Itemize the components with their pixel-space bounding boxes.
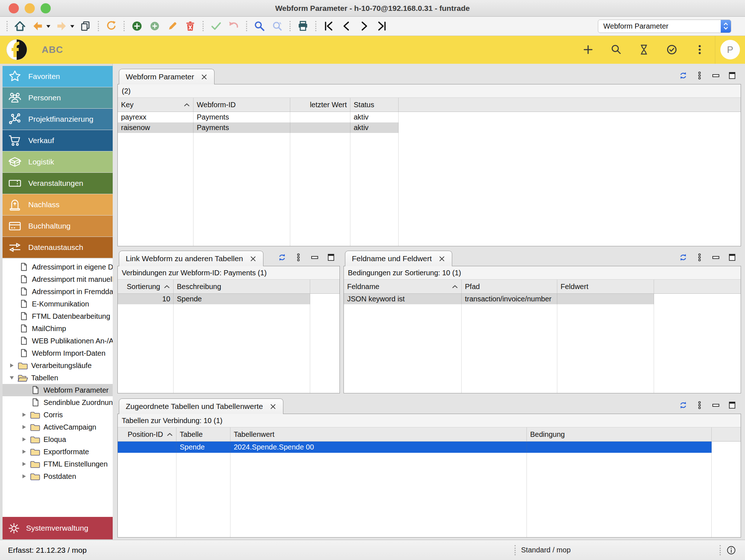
tree-item-mailchimp[interactable]: MailChimp <box>3 322 113 335</box>
minimize-icon[interactable] <box>310 253 319 262</box>
caret-down-icon[interactable] <box>9 375 14 380</box>
column-header-pfad[interactable]: Pfad <box>462 280 557 293</box>
column-header-tabelle[interactable]: Tabelle <box>176 427 230 441</box>
column-header-webform-id[interactable]: Webform-ID <box>193 98 290 112</box>
sidebar-item-systemverwaltung[interactable]: Systemverwaltung <box>3 517 113 539</box>
undo-button[interactable] <box>227 19 241 33</box>
forward-button[interactable] <box>55 19 68 33</box>
panel-menu-icon[interactable] <box>294 253 303 262</box>
tree-item-corris[interactable]: Corris <box>3 409 113 421</box>
tree-item-tabellen[interactable]: Tabellen <box>3 372 113 384</box>
plus-button[interactable] <box>582 43 594 56</box>
view-selector[interactable]: Webform Parameter <box>598 20 731 33</box>
kebab-button[interactable] <box>694 43 706 56</box>
tree-item-webform-parameter[interactable]: Webform Parameter <box>3 384 113 396</box>
tree-item-adressimport-mit-manuell[interactable]: Adressimport mit manuell <box>3 273 113 285</box>
tree-item-web-publikationen-an-ab[interactable]: WEB Publikationen An-/Ab <box>3 335 113 347</box>
next-button[interactable] <box>357 19 371 33</box>
tab-link-webform-zu-anderen-tabellen[interactable]: Link Webform zu anderen Tabellen <box>119 251 263 266</box>
sidebar-module-personen[interactable]: Personen <box>3 87 113 108</box>
sidebar-module-projektfinanzierung[interactable]: Projektfinanzierung <box>3 109 113 130</box>
table-row[interactable]: JSON keyword isttransaction/invoice/numb… <box>344 294 741 304</box>
column-header-tabellenwert[interactable]: Tabellenwert <box>230 427 527 441</box>
avatar[interactable]: P <box>720 40 740 59</box>
sidebar-module-favoriten[interactable]: Favoriten <box>3 66 113 87</box>
reload-button[interactable] <box>104 19 118 33</box>
approve-button[interactable] <box>666 43 678 56</box>
column-header-feldwert[interactable]: Feldwert <box>557 280 654 293</box>
back-button[interactable] <box>31 19 45 33</box>
tree-item-exportformate[interactable]: Exportformate <box>3 446 113 458</box>
close-icon[interactable] <box>270 403 276 410</box>
search-button[interactable] <box>610 43 622 56</box>
tree-item-adressimport-in-eigene-da[interactable]: Adressimport in eigene Da <box>3 261 113 273</box>
close-icon[interactable] <box>201 74 208 80</box>
minimize-icon[interactable] <box>711 401 720 410</box>
refresh-icon[interactable] <box>679 253 688 262</box>
back-menu-caret-button[interactable] <box>46 19 51 33</box>
tree-item-activecampaign[interactable]: ActiveCampaign <box>3 421 113 433</box>
tree-item-ftml-datenbearbeitung[interactable]: FTML Datenbearbeitung <box>3 310 113 322</box>
tree-item-adressimport-in-fremddat[interactable]: Adressimport in Fremddat <box>3 285 113 298</box>
table-row[interactable]: raisenowPaymentsaktiv <box>118 122 741 133</box>
tab-feldname-und-feldwert[interactable]: Feldname und Feldwert <box>345 251 452 266</box>
panel-menu-icon[interactable] <box>695 401 704 410</box>
tree-item-eloqua[interactable]: Eloqua <box>3 433 113 446</box>
sidebar-module-veranstaltungen[interactable]: Veranstaltungen <box>3 173 113 194</box>
tab-zugeordnete-tabellen-und-tabellenwerte[interactable]: Zugeordnete Tabellen und Tabellenwerte <box>119 398 283 414</box>
find-button[interactable] <box>253 19 266 33</box>
table-row[interactable]: 10Spende <box>118 294 340 304</box>
column-header-status[interactable]: Status <box>350 98 399 112</box>
forward-menu-caret-button[interactable] <box>70 19 75 33</box>
tab-webform-parameter[interactable]: Webform Parameter <box>119 69 215 84</box>
duplicate-button[interactable] <box>79 19 92 33</box>
refresh-icon[interactable] <box>679 401 688 410</box>
tree-item-e-kommunikation[interactable]: E-Kommunikation <box>3 298 113 310</box>
tree-item-postdaten[interactable]: Postdaten <box>3 470 113 482</box>
delete-button[interactable] <box>183 19 197 33</box>
refresh-icon[interactable] <box>278 253 287 262</box>
tree-item-ftml-einstellungen[interactable]: FTML Einstellungen <box>3 458 113 470</box>
sidebar-module-datenaustausch[interactable]: Datenaustausch <box>3 237 113 258</box>
panel-menu-icon[interactable] <box>695 71 704 80</box>
caret-right-icon[interactable] <box>21 412 26 417</box>
column-header-letzter-wert[interactable]: letzter Wert <box>290 98 350 112</box>
stepper-icon[interactable] <box>721 20 731 33</box>
panel-menu-icon[interactable] <box>695 253 704 262</box>
maximize-icon[interactable] <box>326 253 336 262</box>
refresh-icon[interactable] <box>679 71 688 80</box>
column-header-bedingung[interactable]: Bedingung <box>527 427 712 441</box>
column-header-position-id[interactable]: Position-ID <box>118 427 176 441</box>
caret-right-icon[interactable] <box>9 363 14 368</box>
column-header-sortierung[interactable]: Sortierung <box>118 280 174 293</box>
caret-right-icon[interactable] <box>21 461 26 467</box>
sidebar-module-logistik[interactable]: Logistik <box>3 151 113 172</box>
sidebar-module-buchhaltung[interactable]: Buchhaltung <box>3 216 113 237</box>
hourglass-button[interactable] <box>638 43 650 56</box>
home-button[interactable] <box>13 19 27 33</box>
caret-right-icon[interactable] <box>21 449 26 454</box>
table-row[interactable]: Spende2024.Spende.Spende 00 <box>118 442 741 453</box>
last-button[interactable] <box>375 19 389 33</box>
tree-item-sendinblue-zuordnung[interactable]: Sendinblue Zuordnung <box>3 396 113 409</box>
maximize-icon[interactable] <box>728 253 737 262</box>
print-button[interactable] <box>296 19 310 33</box>
sidebar-module-verkauf[interactable]: Verkauf <box>3 130 113 151</box>
caret-right-icon[interactable] <box>21 425 26 430</box>
confirm-button[interactable] <box>209 19 223 33</box>
column-header-key[interactable]: Key <box>118 98 193 112</box>
table-row[interactable]: payrexxPaymentsaktiv <box>118 112 741 122</box>
info-icon[interactable] <box>726 545 736 555</box>
caret-right-icon[interactable] <box>21 474 26 479</box>
first-button[interactable] <box>322 19 336 33</box>
close-icon[interactable] <box>438 255 445 262</box>
prev-button[interactable] <box>340 19 353 33</box>
tree-item-verarbeitungsläufe[interactable]: Verarbeitungsläufe <box>3 359 113 372</box>
edit-button[interactable] <box>166 19 179 33</box>
maximize-icon[interactable] <box>728 401 737 410</box>
caret-right-icon[interactable] <box>21 437 26 442</box>
minimize-icon[interactable] <box>711 71 720 80</box>
close-icon[interactable] <box>250 255 257 262</box>
column-header-feldname[interactable]: Feldname <box>344 280 462 293</box>
import-record-button[interactable] <box>148 19 162 33</box>
